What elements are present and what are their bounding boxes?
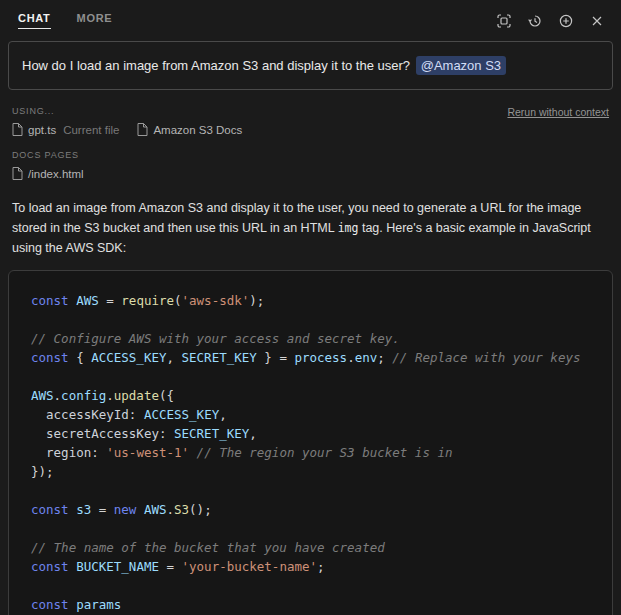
prompt-box[interactable]: How do I load an image from Amazon S3 an… xyxy=(8,41,613,90)
screenshot-icon[interactable] xyxy=(496,13,512,29)
context-item-name: /index.html xyxy=(28,168,84,180)
file-icon xyxy=(12,167,23,180)
code-line: const AWS = require('aws-sdk'); xyxy=(31,291,600,310)
code-block: const AWS = require('aws-sdk'); // Confi… xyxy=(8,270,613,615)
code-content: const AWS = require('aws-sdk'); // Confi… xyxy=(31,291,600,614)
code-line: const { ACCESS_KEY, SECRET_KEY } = proce… xyxy=(31,348,600,367)
context-item[interactable]: Amazon S3 Docs xyxy=(137,123,242,136)
using-section: USING... gpt.tsCurrent file Amazon S3 Do… xyxy=(12,106,507,136)
code-line: secretAccessKey: SECRET_KEY, xyxy=(31,424,600,443)
tab-chat[interactable]: CHAT xyxy=(18,12,51,29)
chat-panel: CHATMORE xyxy=(0,0,621,615)
header: CHATMORE xyxy=(0,0,621,31)
context-item-suffix: Current file xyxy=(63,124,119,136)
history-icon[interactable] xyxy=(527,13,543,29)
code-line: const params xyxy=(31,595,600,614)
context-item-name: Amazon S3 Docs xyxy=(153,124,242,136)
docs-section: DOCS PAGES /index.html xyxy=(12,150,609,180)
context-item[interactable]: gpt.tsCurrent file xyxy=(12,123,119,136)
code-line xyxy=(31,481,600,500)
answer-text: To load an image from Amazon S3 and disp… xyxy=(12,198,609,258)
close-icon[interactable] xyxy=(589,13,605,29)
context-item-name: gpt.ts xyxy=(28,124,56,136)
code-line xyxy=(31,310,600,329)
using-label: USING... xyxy=(12,106,507,116)
context-section: USING... gpt.tsCurrent file Amazon S3 Do… xyxy=(12,106,609,136)
code-line xyxy=(31,576,600,595)
code-line: // Configure AWS with your access and se… xyxy=(31,329,600,348)
add-icon[interactable] xyxy=(558,13,574,29)
code-line: // The name of the bucket that you have … xyxy=(31,538,600,557)
code-line: region: 'us-west-1' // The region your S… xyxy=(31,443,600,462)
file-icon xyxy=(12,123,23,136)
tab-more[interactable]: MORE xyxy=(77,12,113,29)
code-line xyxy=(31,367,600,386)
code-line: }); xyxy=(31,462,600,481)
prompt-text: How do I load an image from Amazon S3 an… xyxy=(22,58,410,73)
code-line: AWS.config.update({ xyxy=(31,386,600,405)
code-line: accessKeyId: ACCESS_KEY, xyxy=(31,405,600,424)
code-line xyxy=(31,519,600,538)
rerun-link[interactable]: Rerun without context xyxy=(507,106,609,118)
docs-label: DOCS PAGES xyxy=(12,150,609,160)
code-line: const BUCKET_NAME = 'your-bucket-name'; xyxy=(31,557,600,576)
inline-code: img xyxy=(338,221,359,235)
context-item[interactable]: /index.html xyxy=(12,167,84,180)
code-line: const s3 = new AWS.S3(); xyxy=(31,500,600,519)
header-tabs: CHATMORE xyxy=(18,12,112,29)
docs-items: /index.html xyxy=(12,167,609,180)
header-icons xyxy=(496,13,605,29)
file-icon xyxy=(137,123,148,136)
using-items: gpt.tsCurrent file Amazon S3 Docs xyxy=(12,123,507,136)
mention-chip[interactable]: @Amazon S3 xyxy=(416,56,506,75)
